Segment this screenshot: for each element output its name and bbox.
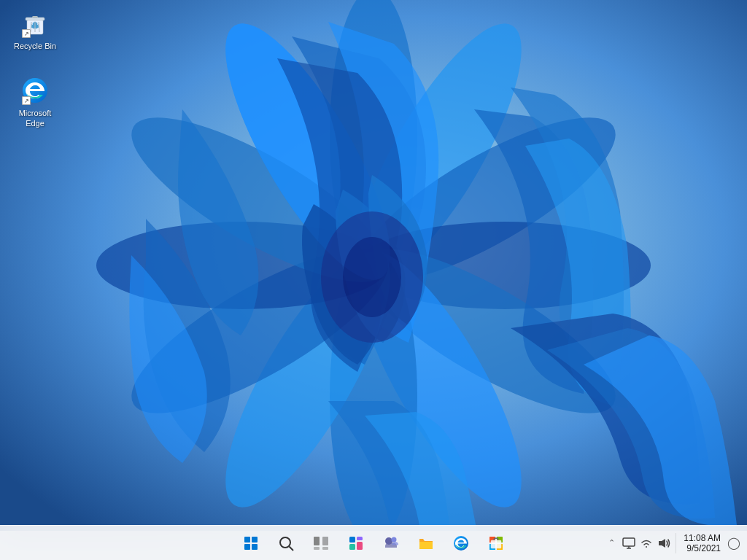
svg-rect-28: [314, 547, 320, 550]
taskbar-center: [235, 527, 512, 559]
svg-point-24: [280, 537, 290, 548]
file-explorer-button[interactable]: [410, 527, 442, 559]
start-button[interactable]: [235, 527, 267, 559]
chat-icon: [382, 534, 400, 552]
notification-icon[interactable]: ◯: [727, 536, 741, 551]
volume-icon[interactable]: [657, 536, 671, 551]
recycle-bin-label: Recycle Bin: [14, 41, 56, 51]
screen-connect-icon[interactable]: [622, 536, 636, 551]
shortcut-arrow-edge: ↗: [22, 96, 31, 105]
store-button[interactable]: [480, 527, 512, 559]
desktop: ↗ Recycle Bin: [0, 0, 747, 531]
speaker-icon: [657, 536, 671, 551]
clock-date: 9/5/2021: [686, 543, 721, 553]
microsoft-edge-icon[interactable]: ↗ Microsoft Edge: [6, 73, 64, 132]
display-icon: [622, 536, 636, 551]
svg-point-15: [343, 237, 401, 317]
svg-line-25: [290, 546, 294, 551]
svg-rect-31: [357, 537, 363, 540]
windows-logo-icon: [244, 537, 258, 550]
edge-taskbar-icon: [452, 534, 470, 552]
network-icon[interactable]: [639, 536, 654, 551]
svg-rect-42: [491, 540, 501, 548]
wifi-icon: [639, 536, 654, 551]
tray-divider: [676, 533, 676, 553]
wallpaper: [0, 0, 747, 531]
tray-expand-button[interactable]: ⌃: [604, 536, 619, 551]
task-view-icon: [312, 534, 330, 552]
svg-rect-44: [623, 538, 635, 546]
taskbar: ⌃: [0, 525, 747, 560]
clock-time: 11:08 AM: [684, 533, 721, 543]
task-view-button[interactable]: [305, 527, 337, 559]
svg-rect-33: [357, 542, 363, 550]
recycle-bin-icon[interactable]: ↗ Recycle Bin: [6, 6, 64, 54]
edge-taskbar-button[interactable]: [445, 527, 477, 559]
svg-rect-29: [322, 547, 328, 550]
svg-rect-36: [419, 542, 433, 549]
svg-point-35: [392, 537, 397, 542]
taskbar-right: ⌃: [512, 533, 747, 553]
file-explorer-icon: [417, 534, 435, 552]
svg-rect-26: [314, 537, 320, 545]
widgets-button[interactable]: [340, 527, 372, 559]
store-icon: [487, 534, 505, 552]
widgets-icon: [347, 534, 365, 552]
chat-button[interactable]: [375, 527, 407, 559]
svg-rect-30: [349, 537, 355, 542]
microsoft-edge-label: Microsoft Edge: [9, 108, 61, 129]
svg-rect-27: [322, 537, 328, 545]
search-icon: [277, 534, 295, 552]
svg-rect-18: [32, 16, 38, 18]
search-button[interactable]: [270, 527, 302, 559]
shortcut-arrow: ↗: [22, 29, 31, 38]
svg-rect-32: [349, 544, 355, 550]
clock-display[interactable]: 11:08 AM 9/5/2021: [681, 533, 724, 553]
